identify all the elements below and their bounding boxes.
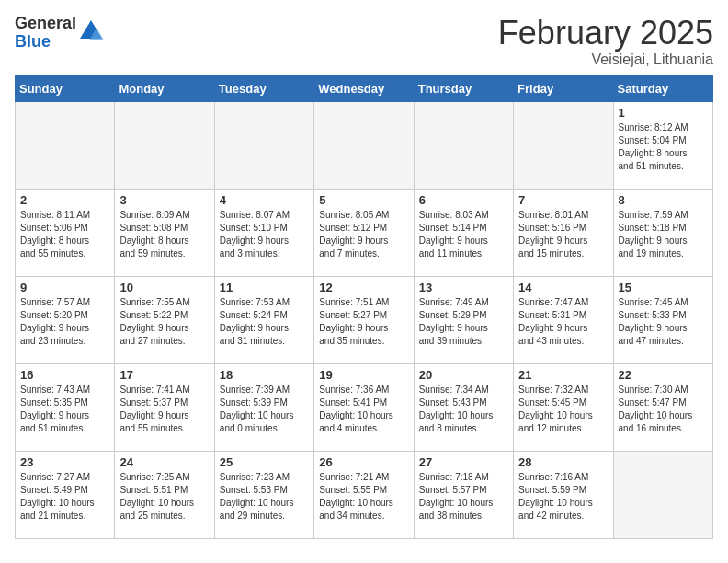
day-cell [514, 101, 613, 189]
day-number: 24 [119, 455, 209, 469]
day-cell: 14Sunrise: 7:47 AM Sunset: 5:31 PM Dayli… [514, 276, 613, 363]
day-info: Sunrise: 7:49 AM Sunset: 5:29 PM Dayligh… [419, 296, 508, 348]
weekday-header-saturday: Saturday [613, 75, 712, 101]
day-info: Sunrise: 7:53 AM Sunset: 5:24 PM Dayligh… [220, 296, 309, 348]
day-cell: 23Sunrise: 7:27 AM Sunset: 5:49 PM Dayli… [16, 451, 115, 538]
day-number: 10 [119, 281, 209, 294]
day-number: 6 [419, 193, 508, 207]
logo: General Blue [15, 15, 104, 52]
day-cell: 15Sunrise: 7:45 AM Sunset: 5:33 PM Dayli… [613, 276, 712, 363]
day-info: Sunrise: 7:39 AM Sunset: 5:39 PM Dayligh… [220, 384, 309, 435]
day-cell: 13Sunrise: 7:49 AM Sunset: 5:29 PM Dayli… [414, 276, 513, 363]
day-info: Sunrise: 8:05 AM Sunset: 5:12 PM Dayligh… [319, 209, 408, 260]
day-number: 25 [220, 455, 309, 469]
day-info: Sunrise: 7:16 AM Sunset: 5:59 PM Dayligh… [518, 471, 608, 523]
day-cell [613, 451, 712, 538]
week-row-3: 9Sunrise: 7:57 AM Sunset: 5:20 PM Daylig… [16, 276, 713, 363]
day-cell: 28Sunrise: 7:16 AM Sunset: 5:59 PM Dayli… [514, 451, 613, 538]
day-cell [314, 101, 414, 189]
week-row-2: 2Sunrise: 8:11 AM Sunset: 5:06 PM Daylig… [16, 189, 713, 276]
day-number: 7 [518, 193, 608, 207]
day-info: Sunrise: 7:45 AM Sunset: 5:33 PM Dayligh… [619, 296, 708, 348]
day-cell: 11Sunrise: 7:53 AM Sunset: 5:24 PM Dayli… [214, 276, 313, 363]
day-info: Sunrise: 7:27 AM Sunset: 5:49 PM Dayligh… [20, 471, 109, 523]
day-number: 2 [20, 193, 109, 207]
day-cell: 25Sunrise: 7:23 AM Sunset: 5:53 PM Dayli… [214, 451, 313, 538]
day-info: Sunrise: 7:23 AM Sunset: 5:53 PM Dayligh… [220, 471, 309, 523]
day-number: 14 [518, 281, 608, 294]
day-cell [414, 101, 513, 189]
day-number: 20 [419, 368, 508, 382]
day-number: 22 [619, 368, 708, 382]
day-cell: 5Sunrise: 8:05 AM Sunset: 5:12 PM Daylig… [314, 189, 414, 276]
day-number: 5 [319, 193, 408, 207]
day-info: Sunrise: 7:51 AM Sunset: 5:27 PM Dayligh… [319, 296, 408, 348]
day-cell: 7Sunrise: 8:01 AM Sunset: 5:16 PM Daylig… [514, 189, 613, 276]
day-cell [115, 101, 214, 189]
logo-icon [78, 18, 104, 44]
day-cell: 8Sunrise: 7:59 AM Sunset: 5:18 PM Daylig… [613, 189, 712, 276]
day-info: Sunrise: 7:21 AM Sunset: 5:55 PM Dayligh… [319, 471, 408, 523]
day-cell: 9Sunrise: 7:57 AM Sunset: 5:20 PM Daylig… [16, 276, 115, 363]
weekday-header-wednesday: Wednesday [314, 75, 414, 101]
day-number: 13 [419, 281, 508, 294]
day-cell [214, 101, 313, 189]
day-info: Sunrise: 7:41 AM Sunset: 5:37 PM Dayligh… [119, 384, 209, 435]
day-info: Sunrise: 8:07 AM Sunset: 5:10 PM Dayligh… [220, 209, 309, 260]
location: Veisiejai, Lithuania [498, 52, 713, 68]
day-number: 8 [619, 193, 708, 207]
day-number: 23 [20, 455, 109, 469]
day-cell: 1Sunrise: 8:12 AM Sunset: 5:04 PM Daylig… [613, 101, 712, 189]
day-info: Sunrise: 7:57 AM Sunset: 5:20 PM Dayligh… [20, 296, 109, 348]
day-cell: 26Sunrise: 7:21 AM Sunset: 5:55 PM Dayli… [314, 451, 414, 538]
day-cell: 24Sunrise: 7:25 AM Sunset: 5:51 PM Dayli… [115, 451, 214, 538]
day-info: Sunrise: 8:12 AM Sunset: 5:04 PM Dayligh… [619, 121, 708, 173]
week-row-1: 1Sunrise: 8:12 AM Sunset: 5:04 PM Daylig… [16, 101, 713, 189]
day-cell: 12Sunrise: 7:51 AM Sunset: 5:27 PM Dayli… [314, 276, 414, 363]
day-number: 21 [518, 368, 608, 382]
day-cell: 27Sunrise: 7:18 AM Sunset: 5:57 PM Dayli… [414, 451, 513, 538]
day-cell: 19Sunrise: 7:36 AM Sunset: 5:41 PM Dayli… [314, 363, 414, 451]
day-number: 16 [20, 368, 109, 382]
logo-blue: Blue [15, 33, 76, 52]
day-info: Sunrise: 7:59 AM Sunset: 5:18 PM Dayligh… [619, 209, 708, 260]
week-row-5: 23Sunrise: 7:27 AM Sunset: 5:49 PM Dayli… [16, 451, 713, 538]
day-info: Sunrise: 7:55 AM Sunset: 5:22 PM Dayligh… [119, 296, 209, 348]
logo-general: General [15, 15, 76, 33]
day-info: Sunrise: 7:25 AM Sunset: 5:51 PM Dayligh… [119, 471, 209, 523]
day-cell: 4Sunrise: 8:07 AM Sunset: 5:10 PM Daylig… [214, 189, 313, 276]
title-block: February 2025 Veisiejai, Lithuania [498, 15, 713, 68]
day-number: 3 [119, 193, 209, 207]
day-info: Sunrise: 7:43 AM Sunset: 5:35 PM Dayligh… [20, 384, 109, 435]
day-number: 9 [20, 281, 109, 294]
day-cell: 18Sunrise: 7:39 AM Sunset: 5:39 PM Dayli… [214, 363, 313, 451]
day-number: 27 [419, 455, 508, 469]
day-cell: 3Sunrise: 8:09 AM Sunset: 5:08 PM Daylig… [115, 189, 214, 276]
weekday-header-tuesday: Tuesday [214, 75, 313, 101]
weekday-header-row: SundayMondayTuesdayWednesdayThursdayFrid… [16, 75, 713, 101]
day-cell: 20Sunrise: 7:34 AM Sunset: 5:43 PM Dayli… [414, 363, 513, 451]
day-number: 28 [518, 455, 608, 469]
day-cell [16, 101, 115, 189]
day-info: Sunrise: 7:18 AM Sunset: 5:57 PM Dayligh… [419, 471, 508, 523]
weekday-header-friday: Friday [514, 75, 613, 101]
weekday-header-thursday: Thursday [414, 75, 513, 101]
day-number: 18 [220, 368, 309, 382]
day-number: 4 [220, 193, 309, 207]
day-cell: 6Sunrise: 8:03 AM Sunset: 5:14 PM Daylig… [414, 189, 513, 276]
day-info: Sunrise: 7:32 AM Sunset: 5:45 PM Dayligh… [518, 384, 608, 435]
weekday-header-sunday: Sunday [16, 75, 115, 101]
day-cell: 21Sunrise: 7:32 AM Sunset: 5:45 PM Dayli… [514, 363, 613, 451]
month-title: February 2025 [498, 15, 713, 52]
day-info: Sunrise: 8:09 AM Sunset: 5:08 PM Dayligh… [119, 209, 209, 260]
day-number: 17 [119, 368, 209, 382]
day-info: Sunrise: 7:34 AM Sunset: 5:43 PM Dayligh… [419, 384, 508, 435]
week-row-4: 16Sunrise: 7:43 AM Sunset: 5:35 PM Dayli… [16, 363, 713, 451]
day-number: 15 [619, 281, 708, 294]
day-cell: 10Sunrise: 7:55 AM Sunset: 5:22 PM Dayli… [115, 276, 214, 363]
day-number: 11 [220, 281, 309, 294]
day-cell: 17Sunrise: 7:41 AM Sunset: 5:37 PM Dayli… [115, 363, 214, 451]
day-cell: 16Sunrise: 7:43 AM Sunset: 5:35 PM Dayli… [16, 363, 115, 451]
calendar: SundayMondayTuesdayWednesdayThursdayFrid… [15, 75, 713, 539]
day-number: 12 [319, 281, 408, 294]
